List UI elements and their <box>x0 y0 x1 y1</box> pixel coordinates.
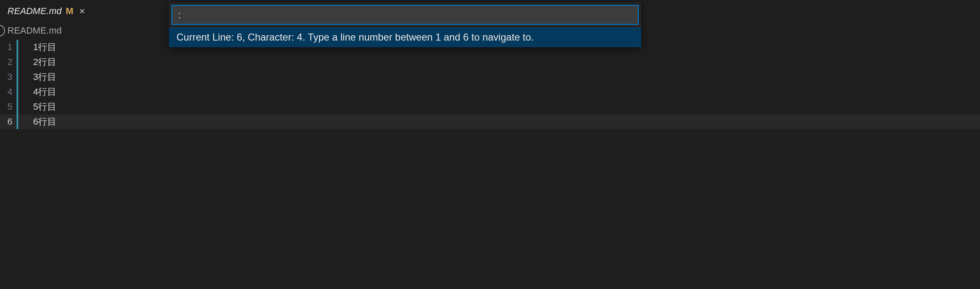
line-number: 1 <box>0 42 15 53</box>
line-text: 1行目 <box>18 41 56 53</box>
line-number: 2 <box>0 57 15 67</box>
line-text: 6行目 <box>18 116 56 128</box>
editor-line[interactable]: 2 2行目 <box>0 55 980 70</box>
line-number: 6 <box>0 116 15 127</box>
editor-line[interactable]: 3 3行目 <box>0 70 980 84</box>
goto-line-panel: Current Line: 6, Character: 4. Type a li… <box>169 2 641 47</box>
line-number: 4 <box>0 87 15 97</box>
line-number: 3 <box>0 72 15 82</box>
line-text: 2行目 <box>18 56 56 68</box>
breadcrumb-filename: README.md <box>7 25 62 36</box>
line-number: 5 <box>0 101 15 112</box>
goto-line-input[interactable] <box>178 9 632 21</box>
breadcrumb-icon <box>0 25 5 36</box>
editor-line[interactable]: 4 4行目 <box>0 84 980 99</box>
tab-filename: README.md <box>7 6 62 17</box>
line-text: 5行目 <box>18 101 56 113</box>
modified-indicator: M <box>66 6 73 17</box>
line-text: 4行目 <box>18 86 56 98</box>
goto-line-input-wrapper[interactable] <box>171 5 639 25</box>
editor-line[interactable]: 5 5行目 <box>0 99 980 114</box>
editor-tab[interactable]: README.md M × <box>0 0 94 22</box>
line-text: 3行目 <box>18 71 56 83</box>
editor-line-current[interactable]: 6 6行目 <box>0 114 980 129</box>
close-icon[interactable]: × <box>77 6 87 16</box>
editor-area[interactable]: 1 1行目 2 2行目 3 3行目 4 4行目 5 5行目 6 6行目 <box>0 40 980 129</box>
goto-line-hint[interactable]: Current Line: 6, Character: 4. Type a li… <box>169 27 641 47</box>
